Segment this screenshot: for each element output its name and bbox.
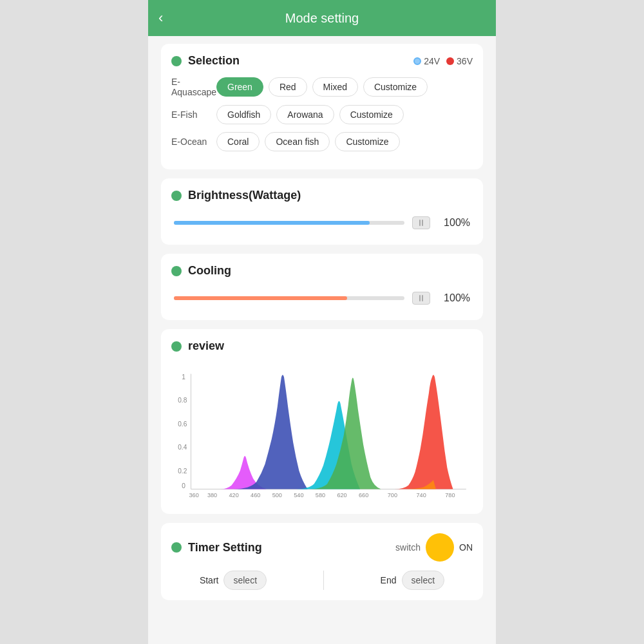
svg-text:580: 580 bbox=[316, 492, 325, 498]
svg-text:780: 780 bbox=[445, 492, 455, 498]
review-title: review bbox=[188, 339, 224, 353]
brightness-section: Brightness(Wattage) 100% bbox=[161, 178, 483, 245]
e-fish-buttons: Goldfish Arowana Customize bbox=[216, 105, 404, 124]
btn-green[interactable]: Green bbox=[216, 77, 263, 97]
e-aquascape-label: E-Aquascape bbox=[171, 77, 216, 97]
timer-dot bbox=[171, 542, 182, 553]
svg-text:540: 540 bbox=[294, 492, 303, 498]
review-chart: 1 0.8 0.6 0.4 0.2 0 bbox=[171, 362, 473, 504]
voltage-24v: 24V bbox=[413, 56, 440, 66]
brightness-track[interactable] bbox=[174, 221, 404, 225]
btn-customize-aquascape[interactable]: Customize bbox=[363, 77, 428, 97]
thumb-line-1 bbox=[419, 220, 421, 226]
timer-row: Start select End select bbox=[171, 571, 473, 590]
e-ocean-label: E-Ocean bbox=[171, 137, 216, 147]
review-dot bbox=[171, 341, 182, 352]
svg-text:620: 620 bbox=[337, 492, 346, 498]
brightness-thumb[interactable] bbox=[412, 216, 430, 229]
cooling-section: Cooling 100% bbox=[161, 254, 483, 320]
cooling-dot bbox=[171, 266, 182, 276]
brightness-slider-container: 100% bbox=[171, 211, 473, 234]
cooling-fill bbox=[174, 296, 347, 300]
btn-goldfish[interactable]: Goldfish bbox=[216, 105, 271, 124]
btn-customize-fish[interactable]: Customize bbox=[339, 105, 404, 124]
timer-end-label: End bbox=[381, 575, 397, 585]
svg-text:700: 700 bbox=[388, 492, 397, 498]
timer-section: Timer Setting switch ON Start select End… bbox=[161, 523, 483, 600]
spectrum-chart-svg: 1 0.8 0.6 0.4 0.2 0 bbox=[171, 362, 473, 504]
volt-dot-red-icon bbox=[446, 57, 454, 65]
svg-text:0: 0 bbox=[182, 482, 185, 489]
e-ocean-row: E-Ocean Coral Ocean fish Customize bbox=[171, 132, 473, 151]
svg-text:0.6: 0.6 bbox=[178, 421, 187, 428]
e-ocean-buttons: Coral Ocean fish Customize bbox=[216, 132, 400, 151]
switch-toggle-button[interactable] bbox=[426, 533, 454, 562]
main-content: Selection 24V 36V E-Aquascape bbox=[148, 36, 496, 617]
btn-arowana[interactable]: Arowana bbox=[276, 105, 334, 124]
brightness-title: Brightness(Wattage) bbox=[188, 189, 301, 202]
e-aquascape-buttons: Green Red Mixed Customize bbox=[216, 77, 428, 97]
volt-36v-label: 36V bbox=[457, 56, 473, 66]
volt-24v-label: 24V bbox=[424, 56, 440, 66]
timer-start-label: Start bbox=[200, 575, 219, 585]
timer-start-item: Start select bbox=[200, 571, 267, 590]
header-title: Mode setting bbox=[285, 11, 359, 26]
cooling-thumb-line-1 bbox=[419, 295, 421, 301]
e-fish-label: E-Fish bbox=[171, 109, 216, 120]
svg-text:0.2: 0.2 bbox=[178, 468, 187, 475]
timer-header: Timer Setting switch ON bbox=[171, 533, 473, 562]
timer-end-item: End select bbox=[381, 571, 445, 590]
brightness-slider-row: 100% bbox=[174, 216, 470, 229]
selection-dot bbox=[171, 56, 182, 66]
svg-text:500: 500 bbox=[272, 492, 282, 498]
svg-text:460: 460 bbox=[251, 492, 260, 498]
timer-start-select[interactable]: select bbox=[223, 571, 267, 590]
selection-left: Selection bbox=[171, 54, 240, 68]
phone-container: ‹ Mode setting Selection 24V 36V bbox=[148, 0, 496, 644]
timer-divider bbox=[323, 571, 324, 590]
thumb-line-2 bbox=[422, 220, 423, 226]
cooling-header: Cooling bbox=[171, 264, 473, 278]
cooling-slider-container: 100% bbox=[171, 287, 473, 310]
review-section: review 1 0.8 0.6 0.4 0.2 0 bbox=[161, 329, 483, 514]
brightness-fill bbox=[174, 221, 370, 225]
btn-coral[interactable]: Coral bbox=[216, 132, 260, 151]
e-fish-row: E-Fish Goldfish Arowana Customize bbox=[171, 105, 473, 124]
cooling-title: Cooling bbox=[188, 264, 231, 278]
voltage-36v: 36V bbox=[446, 56, 473, 66]
selection-section: Selection 24V 36V E-Aquascape bbox=[161, 44, 483, 169]
timer-left: Timer Setting bbox=[171, 541, 262, 554]
svg-text:660: 660 bbox=[359, 492, 368, 498]
svg-text:740: 740 bbox=[417, 492, 426, 498]
btn-red[interactable]: Red bbox=[269, 77, 307, 97]
cooling-value: 100% bbox=[438, 292, 470, 304]
cooling-slider-row: 100% bbox=[174, 292, 470, 305]
selection-title: Selection bbox=[188, 54, 240, 68]
brightness-value: 100% bbox=[438, 217, 470, 229]
svg-text:1: 1 bbox=[182, 374, 185, 381]
cooling-thumb[interactable] bbox=[412, 292, 430, 305]
brightness-thumb-lines bbox=[419, 220, 423, 226]
timer-end-select[interactable]: select bbox=[402, 571, 445, 590]
brightness-dot bbox=[171, 191, 182, 201]
btn-mixed[interactable]: Mixed bbox=[312, 77, 358, 97]
cooling-track[interactable] bbox=[174, 296, 404, 300]
review-header: review bbox=[171, 339, 473, 353]
switch-state-label: ON bbox=[459, 542, 473, 553]
btn-customize-ocean[interactable]: Customize bbox=[335, 132, 399, 151]
header-bar: ‹ Mode setting bbox=[148, 0, 496, 36]
svg-text:0.4: 0.4 bbox=[178, 444, 187, 451]
cooling-thumb-line-2 bbox=[422, 295, 423, 301]
svg-text:0.8: 0.8 bbox=[178, 397, 187, 404]
btn-ocean-fish[interactable]: Ocean fish bbox=[265, 132, 330, 151]
switch-container: switch ON bbox=[395, 533, 473, 562]
volt-dot-blue-icon bbox=[413, 57, 421, 65]
selection-header: Selection 24V 36V bbox=[171, 54, 473, 68]
timer-title: Timer Setting bbox=[188, 541, 262, 554]
cooling-thumb-lines bbox=[419, 295, 423, 301]
back-button[interactable]: ‹ bbox=[158, 10, 163, 26]
voltage-indicators: 24V 36V bbox=[413, 56, 473, 66]
svg-text:380: 380 bbox=[207, 492, 217, 498]
switch-label: switch bbox=[395, 542, 421, 553]
svg-text:420: 420 bbox=[229, 492, 239, 498]
